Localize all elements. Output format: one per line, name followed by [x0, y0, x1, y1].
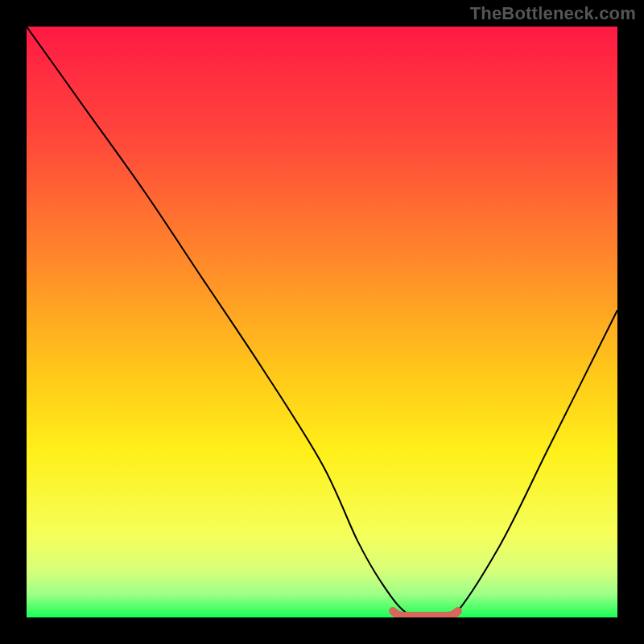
watermark-text: TheBottleneck.com	[470, 3, 636, 24]
chart-frame: TheBottleneck.com	[0, 0, 644, 644]
gradient-rect	[27, 27, 617, 617]
plot-svg	[27, 27, 617, 617]
plot-area	[27, 27, 617, 617]
